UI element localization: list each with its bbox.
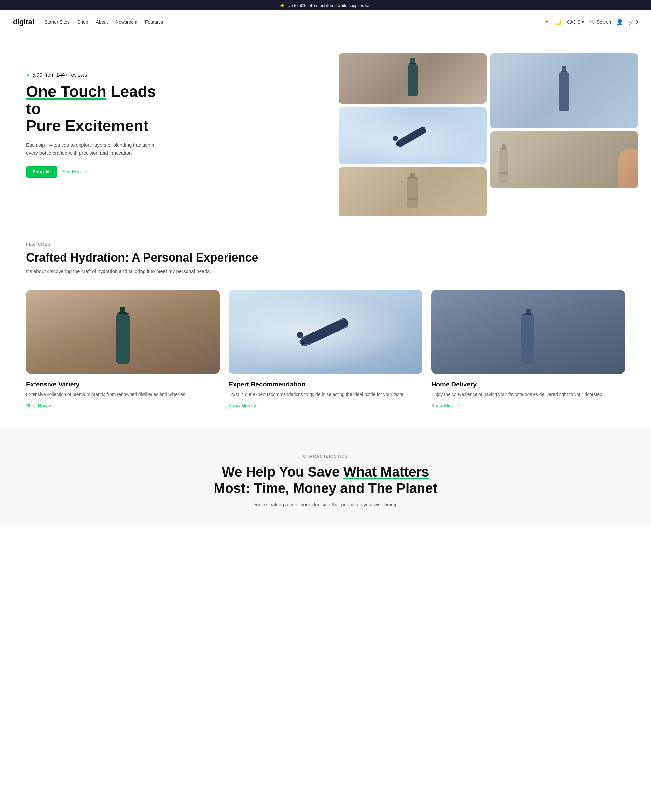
- svg-rect-11: [562, 66, 566, 71]
- header-right: ☀ 🌙 CAD $ ▾ 🔍 Search 👤 🛒 0: [544, 18, 638, 26]
- hero-image-1: [339, 53, 487, 104]
- features-label: FEATURES: [26, 242, 625, 247]
- svg-rect-29: [521, 314, 535, 364]
- hero-content: ★ 5.00 from 144+ reviews One Touch Leads…: [26, 72, 163, 178]
- svg-rect-0: [411, 58, 415, 63]
- shop-all-button[interactable]: Shop All: [26, 166, 57, 178]
- bottle-card-3-svg: [518, 309, 539, 369]
- hero-image-4: [490, 53, 638, 128]
- currency-label: CAD $: [567, 20, 581, 25]
- nav-about[interactable]: About: [96, 20, 108, 25]
- hero-rating: ★ 5.00 from 144+ reviews: [26, 72, 163, 78]
- sun-icon[interactable]: ☀: [544, 18, 549, 26]
- rating-score: 5.00: [32, 72, 42, 78]
- features-grid: Extensive Variety Extensive collection o…: [26, 290, 625, 408]
- svg-rect-14: [559, 95, 561, 96]
- feature-image-1: [26, 290, 220, 374]
- feature-desc-1: Extensive collection of premium brands f…: [26, 391, 220, 398]
- feature-card-2: Expert Recommendation Trust in our exper…: [229, 290, 422, 408]
- search-button[interactable]: 🔍 Search: [589, 20, 611, 25]
- hero-title: One Touch Leads to Pure Excitement: [26, 83, 163, 135]
- lightning-icon: ⚡: [279, 3, 285, 8]
- header-left: digital Starter Sites Shop About Newsroo…: [13, 18, 163, 26]
- main-nav: Starter Sites Shop About Newsroom Featur…: [44, 20, 163, 25]
- arm-decoration: [619, 149, 638, 188]
- logo[interactable]: digital: [13, 18, 34, 26]
- svg-rect-12: [561, 71, 567, 72]
- svg-rect-21: [116, 314, 130, 364]
- feature-link-3[interactable]: Know More ↗: [431, 403, 460, 408]
- svg-rect-22: [116, 343, 118, 344]
- svg-rect-18: [499, 172, 508, 174]
- currency-selector[interactable]: CAD $ ▾: [567, 20, 584, 25]
- nav-shop[interactable]: Shop: [78, 20, 88, 25]
- svg-rect-1: [409, 63, 416, 64]
- bottle-svg-4: [555, 66, 573, 116]
- feature-link-2[interactable]: Know More ↗: [229, 403, 257, 408]
- hero-images: [339, 53, 638, 197]
- header: digital Starter Sites Shop About Newsroo…: [0, 11, 651, 34]
- feature-title-3: Home Delivery: [431, 381, 625, 388]
- cart-button[interactable]: 🛒 0: [628, 20, 638, 25]
- search-label: Search: [597, 20, 611, 25]
- hero-actions: Shop All See More ↗: [26, 166, 163, 178]
- bottle-svg-5: [497, 145, 511, 187]
- svg-rect-3: [408, 77, 410, 78]
- announcement-bar: ⚡ Up to 50% off select items while suppl…: [0, 0, 651, 11]
- rating-count: from 144+ reviews: [44, 72, 87, 78]
- feature-card-3: Home Delivery Enjoy the convenience of h…: [431, 290, 625, 408]
- user-icon[interactable]: 👤: [616, 18, 623, 26]
- hero-image-2: [339, 107, 487, 164]
- cart-count: 0: [636, 20, 638, 25]
- hero-title-highlight: One Touch: [26, 83, 107, 100]
- nav-features[interactable]: Features: [145, 20, 163, 25]
- feature-card-1: Extensive Variety Extensive collection o…: [26, 290, 220, 408]
- star-icon: ★: [26, 73, 30, 78]
- svg-rect-10: [407, 198, 418, 200]
- moon-icon[interactable]: 🌙: [555, 18, 562, 26]
- bottle-svg-1: [405, 58, 421, 100]
- see-more-link[interactable]: See More ↗: [63, 169, 87, 174]
- search-icon: 🔍: [589, 20, 595, 25]
- char-title: We Help You Save What Matters Most: Time…: [212, 464, 439, 497]
- char-highlight: What Matters: [344, 464, 429, 479]
- feature-desc-2: Trust in our expert recommendations to g…: [229, 391, 422, 398]
- announcement-text: Up to 50% off select items while supplie…: [287, 3, 372, 8]
- characteristics-section: CHARACTERISTICS We Help You Save What Ma…: [0, 428, 651, 527]
- feature-image-3: [431, 290, 625, 374]
- feature-title-2: Expert Recommendation: [229, 381, 422, 388]
- svg-point-6: [391, 134, 399, 142]
- chevron-down-icon: ▾: [582, 20, 584, 25]
- char-label: CHARACTERISTICS: [26, 454, 625, 459]
- hero-image-5: [490, 131, 638, 188]
- feature-image-2: [229, 290, 422, 374]
- svg-rect-13: [559, 72, 569, 111]
- feature-desc-3: Enjoy the convenience of having your fav…: [431, 391, 625, 398]
- svg-rect-17: [499, 149, 508, 183]
- hero-images-right: [490, 53, 638, 216]
- nav-newsroom[interactable]: Newsroom: [116, 20, 138, 25]
- cart-icon: 🛒: [628, 20, 634, 25]
- features-description: It's about discovering the craft of hydr…: [26, 269, 222, 274]
- hero-images-left: [339, 53, 487, 216]
- svg-rect-9: [407, 178, 418, 208]
- features-section: FEATURES Crafted Hydration: A Personal E…: [0, 216, 651, 428]
- feature-link-1[interactable]: Shop Now ↗: [26, 403, 52, 408]
- features-title: Crafted Hydration: A Personal Experience: [26, 250, 625, 264]
- hero-description: Each sip invites you to explore layers o…: [26, 141, 163, 157]
- svg-rect-30: [522, 344, 524, 345]
- hero-image-3: [339, 167, 487, 216]
- bottle-card-1-svg: [111, 307, 134, 369]
- svg-rect-2: [408, 64, 418, 96]
- hero-section: ★ 5.00 from 144+ reviews One Touch Leads…: [0, 34, 651, 216]
- char-description: You're making a conscious decision that …: [244, 502, 407, 507]
- nav-starter-sites[interactable]: Starter Sites: [44, 20, 70, 25]
- feature-title-1: Extensive Variety: [26, 381, 220, 388]
- bottle-svg-3: [403, 173, 422, 212]
